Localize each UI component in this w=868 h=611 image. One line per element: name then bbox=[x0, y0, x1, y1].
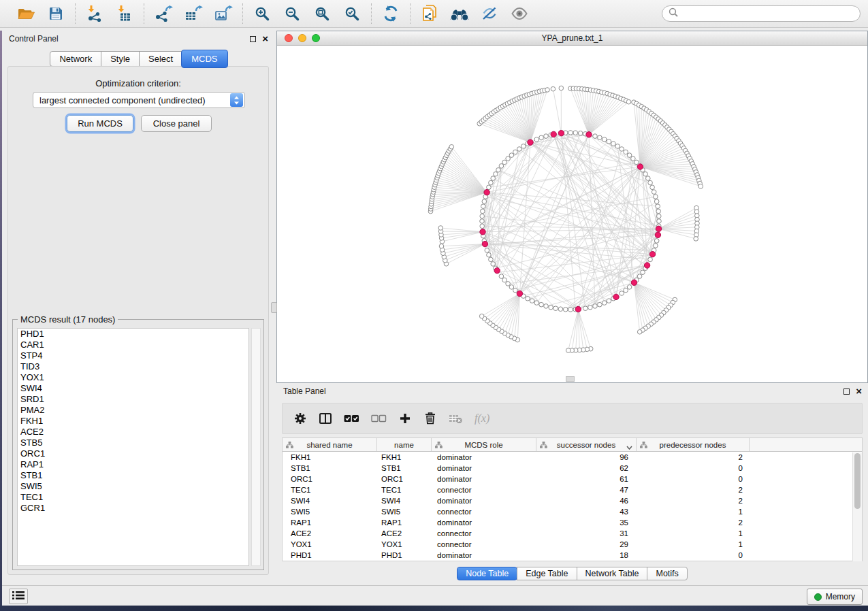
table-cell[interactable]: PHD1 bbox=[283, 551, 377, 559]
table-cell[interactable]: FKH1 bbox=[283, 453, 377, 461]
table-cell[interactable]: SWI4 bbox=[283, 497, 377, 505]
mcds-result-item[interactable]: TEC1 bbox=[18, 492, 248, 503]
table-row[interactable]: YOX1YOX1connector291 bbox=[283, 539, 862, 550]
save-session-icon[interactable] bbox=[46, 3, 66, 24]
table-cell[interactable]: 0 bbox=[637, 475, 750, 483]
table-cell[interactable]: SWI5 bbox=[377, 508, 432, 516]
mcds-result-item[interactable]: GCR1 bbox=[18, 503, 248, 514]
float-table-panel-icon[interactable] bbox=[843, 389, 850, 395]
mcds-result-item[interactable]: STB5 bbox=[18, 437, 248, 448]
mcds-result-item[interactable]: STP4 bbox=[18, 350, 248, 361]
table-cell[interactable]: 2 bbox=[637, 497, 750, 505]
table-cell[interactable]: 46 bbox=[536, 497, 637, 505]
export-table-icon[interactable] bbox=[183, 3, 204, 24]
table-cell[interactable]: TEC1 bbox=[377, 486, 432, 494]
mcds-result-item[interactable]: YOX1 bbox=[18, 372, 248, 383]
table-cell[interactable]: connector bbox=[432, 508, 536, 516]
hide-graphics-details-icon[interactable] bbox=[479, 3, 500, 24]
memory-button[interactable]: Memory bbox=[807, 589, 863, 605]
table-cell[interactable]: 2 bbox=[637, 453, 750, 461]
table-cell[interactable]: 61 bbox=[536, 475, 637, 483]
tab-network-table[interactable]: Network Table bbox=[577, 567, 648, 580]
table-cell[interactable]: 1 bbox=[637, 529, 750, 538]
zoom-out-icon[interactable] bbox=[282, 3, 302, 24]
select-all-icon[interactable] bbox=[344, 411, 359, 426]
close-panel-icon[interactable]: × bbox=[262, 35, 268, 42]
table-cell[interactable]: dominator bbox=[432, 453, 536, 461]
mcds-result-item[interactable]: SWI5 bbox=[18, 481, 248, 492]
table-cell[interactable]: STB1 bbox=[283, 464, 377, 472]
table-cell[interactable]: dominator bbox=[432, 551, 536, 559]
table-cell[interactable]: connector bbox=[432, 540, 536, 548]
table-cell[interactable]: 2 bbox=[637, 518, 750, 527]
horizontal-splitter-handle[interactable] bbox=[566, 376, 575, 382]
tab-node-table[interactable]: Node Table bbox=[457, 567, 517, 580]
zoom-fit-icon[interactable] bbox=[312, 3, 332, 24]
table-cell[interactable]: 62 bbox=[536, 464, 637, 472]
table-cell[interactable]: YOX1 bbox=[377, 540, 432, 548]
table-row[interactable]: ORC1ORC1dominator610 bbox=[283, 474, 862, 484]
table-cell[interactable]: 1 bbox=[637, 508, 750, 516]
table-cell[interactable]: RAP1 bbox=[377, 518, 432, 527]
tab-edge-table[interactable]: Edge Table bbox=[517, 567, 577, 580]
table-cell[interactable]: 0 bbox=[637, 551, 750, 559]
show-graphics-details-icon[interactable] bbox=[509, 3, 530, 24]
refresh-icon[interactable] bbox=[381, 3, 401, 24]
network-canvas[interactable] bbox=[277, 46, 867, 382]
network-graph[interactable] bbox=[277, 46, 867, 382]
table-cell[interactable]: 18 bbox=[536, 551, 637, 559]
show-panels-list-button[interactable] bbox=[9, 589, 28, 604]
search-input[interactable] bbox=[681, 7, 860, 20]
table-cell[interactable]: 47 bbox=[536, 486, 637, 494]
mcds-result-item[interactable]: CAR1 bbox=[18, 340, 248, 350]
mcds-list-scrollbar[interactable] bbox=[251, 328, 261, 566]
sort-desc-icon[interactable] bbox=[626, 443, 632, 451]
mcds-result-item[interactable]: ACE2 bbox=[18, 427, 248, 437]
mcds-result-item[interactable]: SRD1 bbox=[18, 394, 248, 405]
settings-gear-icon[interactable] bbox=[293, 411, 307, 426]
minimize-window-button[interactable] bbox=[298, 34, 306, 42]
table-cell[interactable]: STB1 bbox=[377, 464, 432, 472]
table-cell[interactable]: 29 bbox=[536, 540, 637, 548]
column-header-MCDS-role[interactable]: MCDS role bbox=[432, 438, 536, 451]
mcds-result-item[interactable]: ORC1 bbox=[18, 448, 248, 459]
column-header-shared-name[interactable]: shared name bbox=[283, 438, 377, 451]
mcds-result-item[interactable]: PHD1 bbox=[18, 329, 248, 340]
table-cell[interactable]: 1 bbox=[637, 540, 750, 548]
table-cell[interactable]: dominator bbox=[432, 464, 536, 472]
open-session-icon[interactable] bbox=[16, 3, 36, 24]
table-cell[interactable]: 35 bbox=[536, 518, 637, 527]
run-mcds-button[interactable]: Run MCDS bbox=[67, 115, 133, 132]
close-window-button[interactable] bbox=[285, 34, 293, 42]
table-row[interactable]: SWI5SWI5connector431 bbox=[283, 506, 862, 517]
table-cell[interactable]: RAP1 bbox=[283, 518, 377, 527]
mcds-result-item[interactable]: TID3 bbox=[18, 361, 248, 372]
table-row[interactable]: STB1STB1dominator620 bbox=[283, 463, 862, 474]
table-row[interactable]: TEC1TEC1connector472 bbox=[283, 484, 862, 495]
search-network-icon[interactable] bbox=[449, 3, 470, 24]
table-row[interactable]: ACE2ACE2connector311 bbox=[283, 528, 862, 539]
zoom-selected-icon[interactable] bbox=[342, 3, 362, 24]
table-cell[interactable]: 43 bbox=[536, 508, 637, 516]
table-cell[interactable]: dominator bbox=[432, 497, 536, 505]
close-panel-button[interactable]: Close panel bbox=[141, 115, 212, 132]
table-cell[interactable]: YOX1 bbox=[283, 540, 377, 548]
table-row[interactable]: FKH1FKH1dominator962 bbox=[283, 452, 862, 463]
table-cell[interactable]: 31 bbox=[536, 529, 637, 538]
table-cell[interactable]: FKH1 bbox=[377, 453, 432, 461]
float-panel-icon[interactable] bbox=[250, 36, 256, 42]
mcds-result-item[interactable]: RAP1 bbox=[18, 459, 248, 470]
import-table-icon[interactable] bbox=[114, 3, 135, 24]
delete-column-icon[interactable] bbox=[423, 411, 437, 426]
table-cell[interactable]: 2 bbox=[637, 486, 750, 494]
deselect-all-icon[interactable] bbox=[371, 411, 387, 426]
table-cell[interactable]: connector bbox=[432, 486, 536, 494]
tab-motifs[interactable]: Motifs bbox=[647, 567, 687, 580]
import-network-icon[interactable] bbox=[84, 3, 105, 24]
zoom-in-icon[interactable] bbox=[252, 3, 272, 24]
split-panel-icon[interactable] bbox=[319, 411, 332, 426]
table-row[interactable]: PHD1PHD1dominator180 bbox=[283, 550, 862, 561]
table-cell[interactable]: 96 bbox=[536, 453, 637, 461]
network-window-titlebar[interactable]: YPA_prune.txt_1 bbox=[277, 31, 867, 46]
column-header-predecessor-nodes[interactable]: predecessor nodes bbox=[637, 438, 750, 451]
